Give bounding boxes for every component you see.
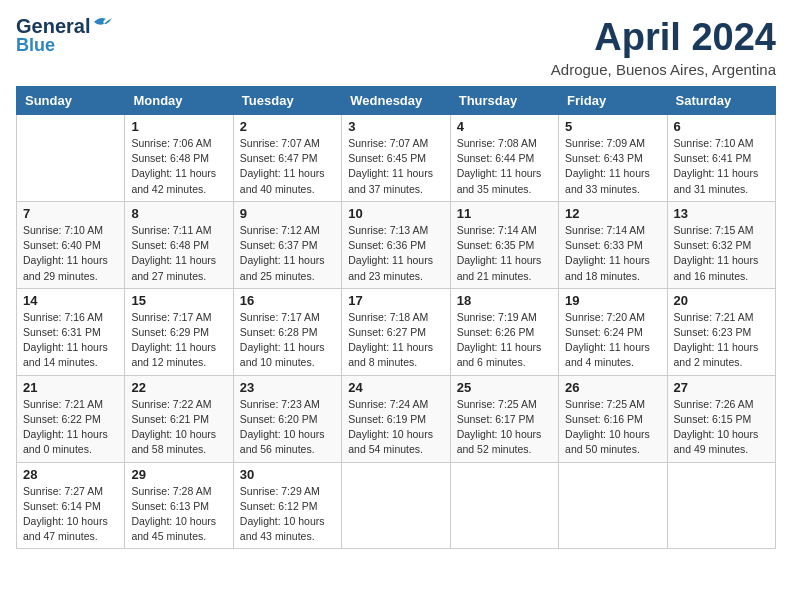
day-number: 1 [131, 119, 226, 134]
weekday-header-saturday: Saturday [667, 87, 775, 115]
day-info: Sunrise: 7:09 AM Sunset: 6:43 PM Dayligh… [565, 136, 660, 197]
calendar-cell: 9Sunrise: 7:12 AM Sunset: 6:37 PM Daylig… [233, 201, 341, 288]
calendar-cell: 15Sunrise: 7:17 AM Sunset: 6:29 PM Dayli… [125, 288, 233, 375]
day-number: 15 [131, 293, 226, 308]
day-info: Sunrise: 7:13 AM Sunset: 6:36 PM Dayligh… [348, 223, 443, 284]
calendar-cell: 11Sunrise: 7:14 AM Sunset: 6:35 PM Dayli… [450, 201, 558, 288]
day-info: Sunrise: 7:21 AM Sunset: 6:23 PM Dayligh… [674, 310, 769, 371]
day-info: Sunrise: 7:15 AM Sunset: 6:32 PM Dayligh… [674, 223, 769, 284]
day-info: Sunrise: 7:21 AM Sunset: 6:22 PM Dayligh… [23, 397, 118, 458]
day-info: Sunrise: 7:11 AM Sunset: 6:48 PM Dayligh… [131, 223, 226, 284]
day-info: Sunrise: 7:24 AM Sunset: 6:19 PM Dayligh… [348, 397, 443, 458]
day-info: Sunrise: 7:23 AM Sunset: 6:20 PM Dayligh… [240, 397, 335, 458]
day-info: Sunrise: 7:19 AM Sunset: 6:26 PM Dayligh… [457, 310, 552, 371]
day-info: Sunrise: 7:17 AM Sunset: 6:29 PM Dayligh… [131, 310, 226, 371]
day-number: 8 [131, 206, 226, 221]
day-info: Sunrise: 7:17 AM Sunset: 6:28 PM Dayligh… [240, 310, 335, 371]
calendar-cell [17, 115, 125, 202]
calendar-cell: 2Sunrise: 7:07 AM Sunset: 6:47 PM Daylig… [233, 115, 341, 202]
calendar-cell: 1Sunrise: 7:06 AM Sunset: 6:48 PM Daylig… [125, 115, 233, 202]
weekday-header-row: SundayMondayTuesdayWednesdayThursdayFrid… [17, 87, 776, 115]
calendar-cell [450, 462, 558, 549]
day-number: 24 [348, 380, 443, 395]
day-number: 5 [565, 119, 660, 134]
calendar-week-row: 1Sunrise: 7:06 AM Sunset: 6:48 PM Daylig… [17, 115, 776, 202]
day-info: Sunrise: 7:18 AM Sunset: 6:27 PM Dayligh… [348, 310, 443, 371]
weekday-header-wednesday: Wednesday [342, 87, 450, 115]
day-number: 13 [674, 206, 769, 221]
weekday-header-monday: Monday [125, 87, 233, 115]
calendar-cell: 10Sunrise: 7:13 AM Sunset: 6:36 PM Dayli… [342, 201, 450, 288]
calendar-table: SundayMondayTuesdayWednesdayThursdayFrid… [16, 86, 776, 549]
day-number: 21 [23, 380, 118, 395]
day-info: Sunrise: 7:29 AM Sunset: 6:12 PM Dayligh… [240, 484, 335, 545]
day-number: 11 [457, 206, 552, 221]
calendar-cell [342, 462, 450, 549]
calendar-week-row: 21Sunrise: 7:21 AM Sunset: 6:22 PM Dayli… [17, 375, 776, 462]
calendar-cell: 24Sunrise: 7:24 AM Sunset: 6:19 PM Dayli… [342, 375, 450, 462]
calendar-week-row: 28Sunrise: 7:27 AM Sunset: 6:14 PM Dayli… [17, 462, 776, 549]
calendar-cell: 29Sunrise: 7:28 AM Sunset: 6:13 PM Dayli… [125, 462, 233, 549]
calendar-cell: 30Sunrise: 7:29 AM Sunset: 6:12 PM Dayli… [233, 462, 341, 549]
weekday-header-thursday: Thursday [450, 87, 558, 115]
day-number: 28 [23, 467, 118, 482]
day-info: Sunrise: 7:16 AM Sunset: 6:31 PM Dayligh… [23, 310, 118, 371]
day-info: Sunrise: 7:08 AM Sunset: 6:44 PM Dayligh… [457, 136, 552, 197]
day-info: Sunrise: 7:07 AM Sunset: 6:47 PM Dayligh… [240, 136, 335, 197]
day-number: 30 [240, 467, 335, 482]
calendar-cell: 28Sunrise: 7:27 AM Sunset: 6:14 PM Dayli… [17, 462, 125, 549]
calendar-cell: 27Sunrise: 7:26 AM Sunset: 6:15 PM Dayli… [667, 375, 775, 462]
calendar-week-row: 7Sunrise: 7:10 AM Sunset: 6:40 PM Daylig… [17, 201, 776, 288]
weekday-header-friday: Friday [559, 87, 667, 115]
day-number: 2 [240, 119, 335, 134]
day-number: 19 [565, 293, 660, 308]
day-number: 6 [674, 119, 769, 134]
day-number: 12 [565, 206, 660, 221]
day-number: 25 [457, 380, 552, 395]
calendar-cell: 4Sunrise: 7:08 AM Sunset: 6:44 PM Daylig… [450, 115, 558, 202]
day-info: Sunrise: 7:25 AM Sunset: 6:17 PM Dayligh… [457, 397, 552, 458]
weekday-header-sunday: Sunday [17, 87, 125, 115]
calendar-cell: 18Sunrise: 7:19 AM Sunset: 6:26 PM Dayli… [450, 288, 558, 375]
header: General Blue April 2024 Adrogue, Buenos … [16, 16, 776, 78]
calendar-week-row: 14Sunrise: 7:16 AM Sunset: 6:31 PM Dayli… [17, 288, 776, 375]
day-number: 9 [240, 206, 335, 221]
logo-general: General [16, 15, 90, 37]
day-info: Sunrise: 7:26 AM Sunset: 6:15 PM Dayligh… [674, 397, 769, 458]
calendar-cell: 7Sunrise: 7:10 AM Sunset: 6:40 PM Daylig… [17, 201, 125, 288]
day-info: Sunrise: 7:28 AM Sunset: 6:13 PM Dayligh… [131, 484, 226, 545]
day-info: Sunrise: 7:20 AM Sunset: 6:24 PM Dayligh… [565, 310, 660, 371]
weekday-header-tuesday: Tuesday [233, 87, 341, 115]
logo-blue: Blue [16, 36, 55, 54]
calendar-cell: 14Sunrise: 7:16 AM Sunset: 6:31 PM Dayli… [17, 288, 125, 375]
day-info: Sunrise: 7:10 AM Sunset: 6:41 PM Dayligh… [674, 136, 769, 197]
calendar-cell: 6Sunrise: 7:10 AM Sunset: 6:41 PM Daylig… [667, 115, 775, 202]
calendar-cell [667, 462, 775, 549]
day-number: 18 [457, 293, 552, 308]
day-info: Sunrise: 7:14 AM Sunset: 6:33 PM Dayligh… [565, 223, 660, 284]
day-number: 17 [348, 293, 443, 308]
logo: General Blue [16, 16, 114, 54]
day-number: 27 [674, 380, 769, 395]
calendar-cell [559, 462, 667, 549]
day-info: Sunrise: 7:10 AM Sunset: 6:40 PM Dayligh… [23, 223, 118, 284]
month-title: April 2024 [551, 16, 776, 59]
calendar-cell: 5Sunrise: 7:09 AM Sunset: 6:43 PM Daylig… [559, 115, 667, 202]
day-number: 3 [348, 119, 443, 134]
calendar-cell: 13Sunrise: 7:15 AM Sunset: 6:32 PM Dayli… [667, 201, 775, 288]
day-number: 7 [23, 206, 118, 221]
day-number: 10 [348, 206, 443, 221]
calendar-cell: 20Sunrise: 7:21 AM Sunset: 6:23 PM Dayli… [667, 288, 775, 375]
logo-bird-icon [92, 14, 114, 34]
day-info: Sunrise: 7:07 AM Sunset: 6:45 PM Dayligh… [348, 136, 443, 197]
calendar-cell: 26Sunrise: 7:25 AM Sunset: 6:16 PM Dayli… [559, 375, 667, 462]
calendar-cell: 16Sunrise: 7:17 AM Sunset: 6:28 PM Dayli… [233, 288, 341, 375]
calendar-cell: 3Sunrise: 7:07 AM Sunset: 6:45 PM Daylig… [342, 115, 450, 202]
calendar-cell: 23Sunrise: 7:23 AM Sunset: 6:20 PM Dayli… [233, 375, 341, 462]
day-number: 20 [674, 293, 769, 308]
calendar-cell: 12Sunrise: 7:14 AM Sunset: 6:33 PM Dayli… [559, 201, 667, 288]
day-info: Sunrise: 7:14 AM Sunset: 6:35 PM Dayligh… [457, 223, 552, 284]
calendar-cell: 17Sunrise: 7:18 AM Sunset: 6:27 PM Dayli… [342, 288, 450, 375]
day-number: 4 [457, 119, 552, 134]
calendar-cell: 19Sunrise: 7:20 AM Sunset: 6:24 PM Dayli… [559, 288, 667, 375]
